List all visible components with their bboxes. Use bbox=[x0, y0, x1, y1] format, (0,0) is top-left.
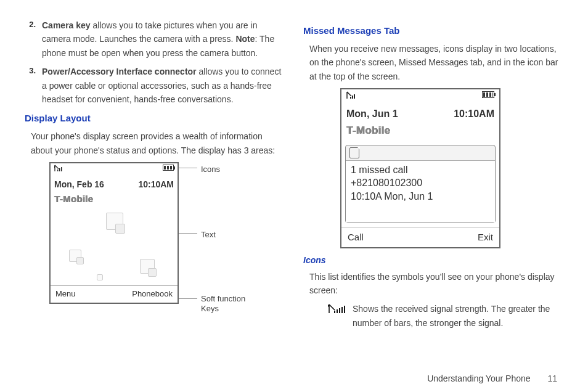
svg-rect-5 bbox=[354, 94, 355, 99]
signal-strength-icon bbox=[328, 302, 353, 330]
page-number: 11 bbox=[547, 374, 557, 383]
softkey-bar: Call Exit bbox=[341, 227, 499, 247]
list-body: Camera key allows you to take pictures w… bbox=[42, 18, 285, 60]
carrier-text: T-Mobile bbox=[51, 192, 178, 206]
svg-rect-0 bbox=[57, 169, 59, 171]
icons-subheading: Icons bbox=[303, 253, 563, 267]
icons-body: This list identifies the symbols you'll … bbox=[309, 270, 563, 298]
missed-line-3: 10:10A Mon, Jun 1 bbox=[351, 190, 490, 203]
softkey-bar: Menu Phonebook bbox=[51, 285, 178, 303]
missed-tab bbox=[346, 145, 495, 160]
missed-body: 1 missed call +821080102300 10:10A Mon, … bbox=[346, 160, 495, 223]
svg-rect-3 bbox=[350, 97, 351, 99]
battery-icon bbox=[163, 165, 174, 171]
label-text: Text bbox=[201, 229, 216, 242]
list-body: Power/Accessory Interface connector allo… bbox=[42, 65, 285, 106]
signal-icon bbox=[346, 91, 357, 104]
icon-bar bbox=[51, 163, 178, 178]
list-number: 3. bbox=[25, 65, 42, 106]
time-text: 10:10AM bbox=[454, 106, 494, 122]
svg-rect-2 bbox=[61, 167, 62, 171]
battery-icon bbox=[482, 91, 494, 98]
chapter-title: Understanding Your Phone bbox=[427, 374, 530, 383]
svg-rect-6 bbox=[334, 311, 335, 313]
note-label: Note bbox=[235, 34, 255, 44]
svg-rect-8 bbox=[339, 308, 340, 313]
signal-icon bbox=[54, 165, 64, 176]
list-number: 2. bbox=[25, 18, 42, 60]
phone-screen-missed: Mon, Jun 1 10:10AM T-Mobile 1 missed cal… bbox=[340, 88, 500, 248]
display-layout-body: Your phone's display screen provides a w… bbox=[31, 129, 285, 157]
svg-rect-10 bbox=[344, 306, 345, 313]
missed-messages-heading: Missed Messages Tab bbox=[303, 23, 563, 38]
camera-key-label: Camera key bbox=[42, 20, 91, 30]
callout-labels: Icons Text Soft function Keys bbox=[179, 162, 247, 304]
date-line: Mon, Feb 16 10:10AM bbox=[51, 178, 178, 191]
time-text: 10:10AM bbox=[138, 178, 174, 191]
icon-definition-signal: Shows the received signal strength. The … bbox=[328, 302, 563, 330]
signal-description: Shows the received signal strength. The … bbox=[353, 302, 563, 330]
softkey-right: Exit bbox=[478, 230, 493, 245]
softkey-left: Call bbox=[348, 230, 364, 245]
phone-figure-display: Mon, Feb 16 10:10AM T-Mobile Menu Phoneb… bbox=[49, 162, 285, 304]
left-column: 2. Camera key allows you to take picture… bbox=[25, 18, 285, 330]
right-column: Missed Messages Tab When you receive new… bbox=[303, 18, 563, 330]
date-text: Mon, Feb 16 bbox=[54, 178, 104, 191]
icon-bar bbox=[341, 89, 499, 106]
page-footer: Understanding Your Phone 11 bbox=[427, 374, 557, 383]
svg-rect-7 bbox=[337, 309, 338, 313]
missed-popup: 1 missed call +821080102300 10:10A Mon, … bbox=[345, 145, 496, 223]
display-layout-heading: Display Layout bbox=[25, 111, 285, 126]
date-text: Mon, Jun 1 bbox=[346, 106, 398, 122]
sim-icon bbox=[349, 147, 359, 158]
softkey-right: Phonebook bbox=[132, 288, 173, 301]
missed-line-1: 1 missed call bbox=[351, 163, 490, 177]
power-connector-label: Power/Accessory Interface connector bbox=[42, 67, 197, 76]
wallpaper-area bbox=[51, 206, 178, 286]
phone-screen: Mon, Feb 16 10:10AM T-Mobile Menu Phoneb… bbox=[49, 162, 179, 304]
label-icons: Icons bbox=[201, 163, 220, 176]
date-line: Mon, Jun 1 10:10AM bbox=[341, 106, 499, 122]
missed-line-2: +821080102300 bbox=[351, 176, 490, 190]
softkey-left: Menu bbox=[55, 288, 76, 301]
svg-rect-9 bbox=[341, 307, 343, 313]
list-item-3: 3. Power/Accessory Interface connector a… bbox=[25, 65, 285, 106]
carrier-text: T-Mobile bbox=[341, 122, 499, 141]
missed-messages-body: When you receive new messages, icons dis… bbox=[309, 42, 563, 83]
svg-rect-4 bbox=[352, 96, 353, 99]
list-item-2: 2. Camera key allows you to take picture… bbox=[25, 18, 285, 60]
label-softkeys2: Keys bbox=[201, 303, 219, 316]
svg-rect-1 bbox=[59, 168, 60, 171]
